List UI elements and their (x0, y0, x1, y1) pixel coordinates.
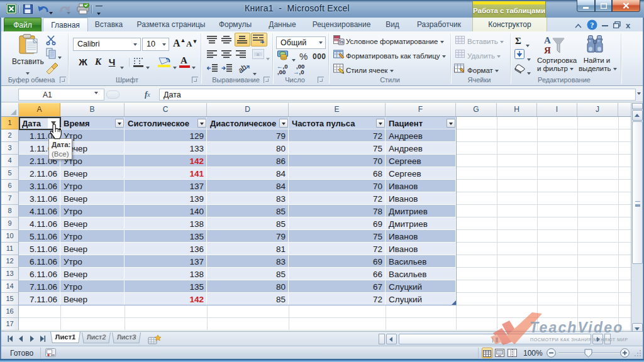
svg-text:ab: ab (238, 63, 248, 74)
svg-text:5s: 5s (339, 40, 344, 44)
svg-text:a: a (257, 52, 259, 57)
svg-text:Я: Я (544, 45, 551, 54)
svg-text:?: ? (591, 21, 594, 30)
svg-text:A: A (544, 35, 551, 45)
